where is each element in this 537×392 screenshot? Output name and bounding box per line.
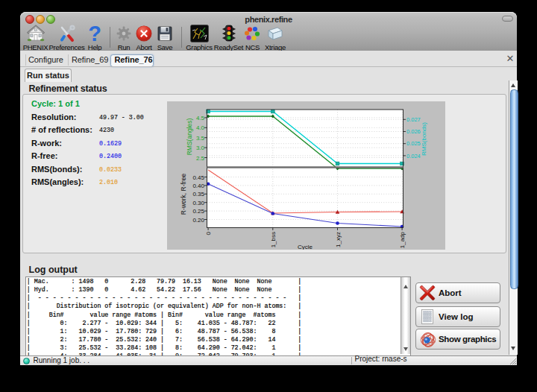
svg-text:4.5: 4.5 (195, 114, 204, 121)
svg-text:0.024: 0.024 (406, 152, 421, 159)
svg-text:0: 0 (205, 231, 212, 235)
svg-text:RMS(angles): RMS(angles) (185, 118, 192, 155)
svg-text:0.25: 0.25 (192, 208, 204, 215)
svg-text:1_xyz: 1_xyz (334, 232, 341, 247)
svg-text:3.5: 3.5 (195, 134, 204, 141)
svg-text:0.40: 0.40 (192, 182, 204, 189)
svg-text:R-work, R-free: R-work, R-free (179, 173, 186, 215)
svg-text:0.45: 0.45 (192, 174, 204, 180)
svg-text:0.30: 0.30 (192, 199, 204, 206)
svg-text:0.025: 0.025 (406, 140, 421, 147)
svg-text:0.026: 0.026 (406, 128, 421, 135)
svg-text:3.0: 3.0 (195, 145, 204, 151)
svg-text:1_bss: 1_bss (269, 232, 276, 247)
svg-text:RMS(bonds): RMS(bonds) (421, 121, 427, 155)
svg-text:0.20: 0.20 (192, 216, 204, 223)
svg-text:1_adp: 1_adp (399, 231, 406, 248)
svg-text:4.0: 4.0 (195, 124, 204, 131)
svg-text:2.5: 2.5 (195, 154, 204, 161)
svg-text:Cycle: Cycle (297, 244, 313, 250)
svg-text:0.35: 0.35 (192, 191, 204, 197)
svg-text:0.027: 0.027 (406, 116, 421, 123)
